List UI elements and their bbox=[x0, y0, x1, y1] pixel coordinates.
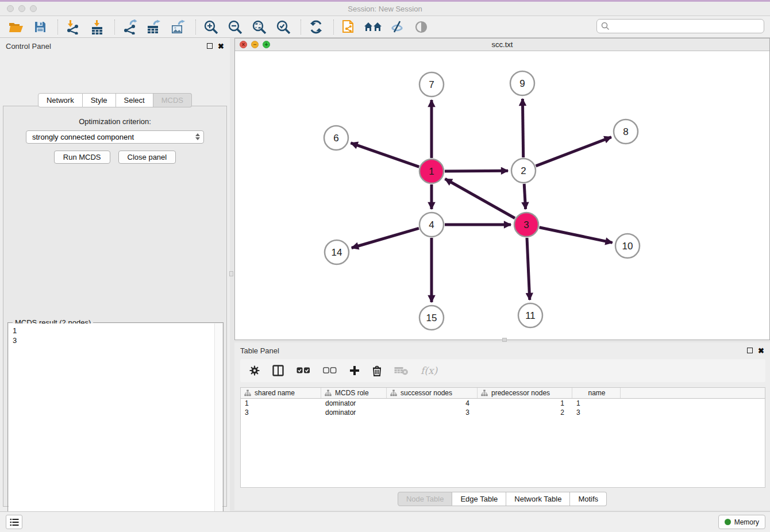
table-cell[interactable]: 3 bbox=[572, 408, 621, 417]
tab-style[interactable]: Style bbox=[83, 93, 116, 107]
memory-label: Memory bbox=[734, 518, 759, 526]
table-cell[interactable]: 2 bbox=[478, 408, 572, 417]
network-from-file-icon[interactable] bbox=[340, 18, 358, 36]
hide-panels-icon[interactable] bbox=[388, 18, 406, 36]
search-icon bbox=[601, 22, 610, 30]
graph-node-15[interactable]: 15 bbox=[419, 306, 444, 330]
graph-edge-3-10[interactable] bbox=[540, 228, 613, 243]
delete-column-icon[interactable] bbox=[372, 365, 382, 376]
node-table[interactable]: shared nameMCDS rolesuccessor nodesprede… bbox=[240, 387, 765, 488]
close-table-panel-icon[interactable]: ✖ bbox=[758, 347, 764, 354]
table-cell[interactable]: dominator bbox=[321, 399, 387, 407]
toolbar-separator bbox=[333, 20, 334, 34]
tab-mcds[interactable]: MCDS bbox=[153, 93, 192, 107]
table-row[interactable]: 3dominator323 bbox=[241, 408, 765, 417]
svg-text:3: 3 bbox=[523, 219, 529, 230]
add-column-icon[interactable] bbox=[349, 365, 360, 376]
graph-node-9[interactable]: 9 bbox=[510, 71, 534, 95]
zoom-selected-icon[interactable] bbox=[274, 18, 292, 36]
table-cell[interactable]: 1 bbox=[478, 399, 572, 407]
zoom-in-icon[interactable] bbox=[202, 18, 220, 36]
tab-network-table[interactable]: Network Table bbox=[506, 492, 570, 506]
open-session-icon[interactable] bbox=[7, 18, 25, 36]
result-scrollbar[interactable] bbox=[214, 323, 222, 532]
column-header-successor-nodes[interactable]: successor nodes bbox=[387, 388, 478, 398]
tab-motifs[interactable]: Motifs bbox=[570, 492, 607, 506]
memory-button[interactable]: Memory bbox=[718, 515, 765, 529]
float-table-panel-icon[interactable] bbox=[747, 348, 753, 353]
network-canvas[interactable]: 7968124314101511 bbox=[235, 51, 769, 340]
zoom-out-icon[interactable] bbox=[226, 18, 244, 36]
mcds-result-box: MCDS result (2 nodes) 13 bbox=[7, 322, 224, 532]
task-history-button[interactable] bbox=[6, 515, 22, 529]
search-box[interactable] bbox=[596, 19, 764, 33]
close-panel-icon[interactable]: ✖ bbox=[218, 43, 224, 50]
apply-preferred-layout-icon[interactable] bbox=[307, 18, 325, 36]
graph-edge-2-3[interactable] bbox=[524, 184, 525, 209]
graph-node-4[interactable]: 4 bbox=[419, 213, 444, 237]
table-cell[interactable]: 1 bbox=[572, 399, 621, 407]
table-cell[interactable]: dominator bbox=[321, 408, 387, 417]
column-header-shared-name[interactable]: shared name bbox=[241, 388, 321, 398]
graph-edge-2-9[interactable] bbox=[522, 99, 523, 157]
graph-edge-3-1[interactable] bbox=[445, 179, 515, 218]
panel-splitter-handle[interactable] bbox=[229, 271, 233, 276]
delete-table-icon[interactable] bbox=[394, 366, 408, 375]
show-columns-icon[interactable] bbox=[272, 365, 284, 376]
network-splitter-handle[interactable] bbox=[502, 338, 507, 342]
graph-node-8[interactable]: 8 bbox=[614, 119, 638, 144]
graph-node-3[interactable]: 3 bbox=[514, 213, 538, 237]
tab-node-table[interactable]: Node Table bbox=[398, 492, 453, 506]
column-header-label: predecessor nodes bbox=[491, 389, 550, 397]
column-header-MCDS-role[interactable]: MCDS role bbox=[321, 388, 387, 398]
tab-select[interactable]: Select bbox=[116, 93, 153, 107]
run-mcds-button[interactable]: Run MCDS bbox=[54, 151, 110, 164]
graph-edge-3-11[interactable] bbox=[527, 238, 530, 300]
table-cell[interactable]: 3 bbox=[387, 408, 478, 417]
graph-node-10[interactable]: 10 bbox=[615, 234, 640, 258]
import-table-icon[interactable] bbox=[88, 18, 106, 36]
import-network-icon[interactable] bbox=[64, 18, 82, 36]
graph-node-11[interactable]: 11 bbox=[518, 303, 542, 327]
table-cell[interactable]: 4 bbox=[387, 399, 478, 407]
table-cell[interactable]: 1 bbox=[241, 399, 321, 407]
tab-network[interactable]: Network bbox=[38, 93, 83, 107]
graph-node-2[interactable]: 2 bbox=[511, 159, 536, 183]
criterion-dropdown[interactable]: strongly connected component bbox=[26, 130, 204, 144]
graph-node-7[interactable]: 7 bbox=[419, 72, 444, 97]
graph-edge-4-14[interactable] bbox=[352, 228, 419, 248]
column-header-label: shared name bbox=[255, 389, 295, 397]
close-panel-button[interactable]: Close panel bbox=[118, 151, 176, 164]
tab-edge-table[interactable]: Edge Table bbox=[452, 492, 506, 506]
home-icon[interactable] bbox=[364, 18, 382, 36]
save-session-icon[interactable] bbox=[31, 18, 49, 36]
graph-node-6[interactable]: 6 bbox=[324, 126, 348, 150]
graph-edge-1-6[interactable] bbox=[351, 143, 419, 167]
export-table-icon[interactable] bbox=[145, 18, 163, 36]
graph-node-14[interactable]: 14 bbox=[325, 240, 349, 264]
table-row[interactable]: 1dominator411 bbox=[241, 399, 765, 408]
export-network-icon[interactable] bbox=[121, 18, 139, 36]
toolbar-separator bbox=[114, 20, 115, 34]
table-tabs: Node TableEdge TableNetwork TableMotifs bbox=[234, 492, 770, 506]
select-all-columns-icon[interactable] bbox=[297, 367, 310, 374]
show-panels-icon[interactable] bbox=[412, 18, 430, 36]
control-panel-title: Control Panel bbox=[6, 42, 51, 51]
unselect-all-columns-icon[interactable] bbox=[323, 367, 337, 374]
column-header-name[interactable]: name bbox=[572, 388, 621, 398]
function-builder-icon[interactable]: f(x) bbox=[421, 365, 437, 376]
table-cell[interactable]: 3 bbox=[241, 408, 321, 417]
graph-edge-1-2[interactable] bbox=[445, 171, 508, 171]
graph-edge-2-8[interactable] bbox=[536, 137, 611, 166]
main-toolbar bbox=[0, 16, 770, 38]
export-image-icon[interactable] bbox=[169, 18, 187, 36]
column-header-label: name bbox=[588, 389, 605, 397]
graph-node-1[interactable]: 1 bbox=[419, 159, 444, 183]
float-panel-icon[interactable] bbox=[207, 43, 213, 49]
column-header-predecessor-nodes[interactable]: predecessor nodes bbox=[478, 388, 572, 398]
zoom-fit-icon[interactable] bbox=[250, 18, 268, 36]
network-window-titlebar[interactable]: × – + scc.txt bbox=[235, 38, 769, 51]
table-options-icon[interactable] bbox=[249, 365, 260, 376]
search-input[interactable] bbox=[613, 22, 764, 30]
svg-text:7: 7 bbox=[429, 79, 434, 90]
